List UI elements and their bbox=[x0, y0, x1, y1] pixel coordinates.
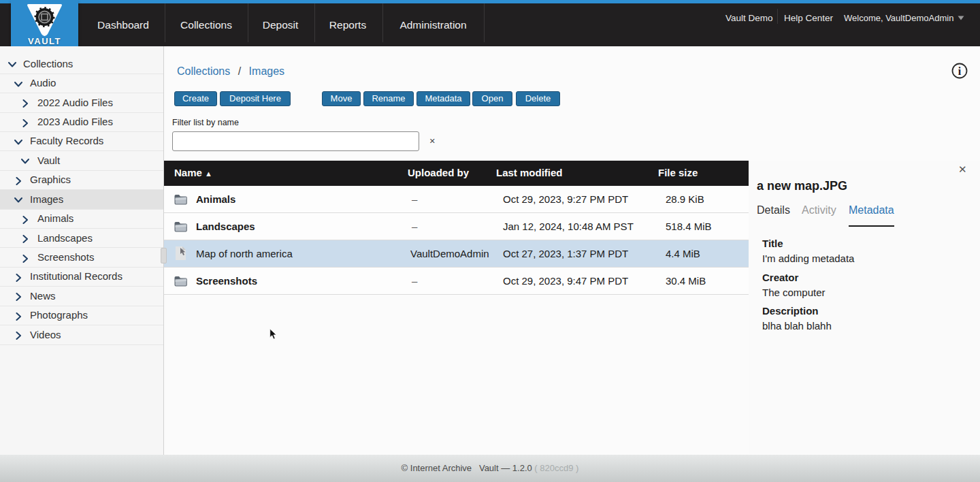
svg-text:i: i bbox=[958, 65, 962, 77]
